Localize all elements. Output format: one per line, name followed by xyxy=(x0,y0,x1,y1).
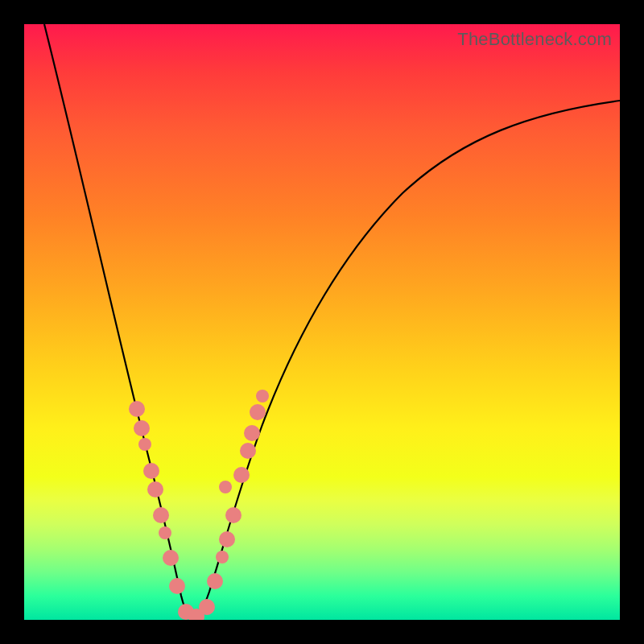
data-dot xyxy=(159,526,171,539)
data-dot xyxy=(199,599,215,615)
data-dot xyxy=(143,463,159,479)
data-dot xyxy=(163,550,179,566)
data-dot xyxy=(244,425,260,441)
data-dot xyxy=(219,531,235,547)
data-dot xyxy=(233,467,250,483)
data-dot xyxy=(216,551,229,564)
data-dot xyxy=(240,443,256,459)
data-dot xyxy=(250,404,266,420)
data-dot xyxy=(256,390,269,402)
curve-path xyxy=(44,24,620,620)
bottleneck-curve xyxy=(24,24,620,620)
data-dot xyxy=(225,507,242,523)
data-dot xyxy=(129,401,145,417)
data-dot xyxy=(219,481,232,493)
chart-frame: TheBottleneck.com xyxy=(0,0,644,644)
data-dot xyxy=(207,573,223,589)
data-dot xyxy=(169,578,185,594)
data-dot xyxy=(153,507,169,523)
data-dot xyxy=(138,438,151,451)
data-dot xyxy=(134,420,150,436)
plot-area: TheBottleneck.com xyxy=(24,24,620,620)
data-dot xyxy=(147,481,163,497)
